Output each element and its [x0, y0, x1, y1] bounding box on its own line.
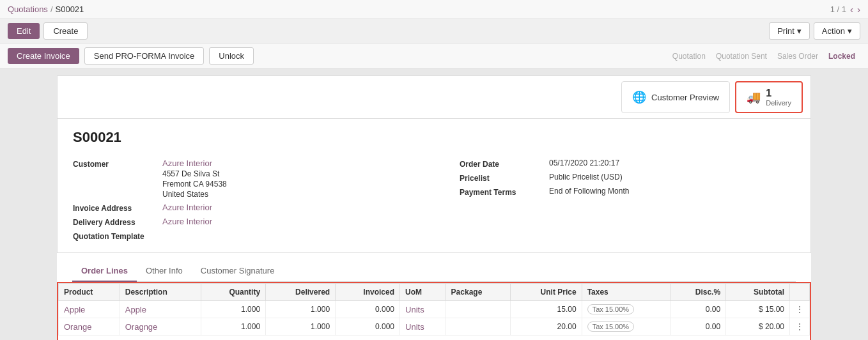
uom-link[interactable]: Units — [405, 322, 424, 332]
create-button[interactable]: Create — [43, 22, 88, 40]
cell-package — [446, 301, 510, 318]
pagination: 1 / 1 ‹ › — [830, 4, 860, 15]
status-step-locked: Locked — [828, 52, 855, 61]
col-header-subtotal: Subtotal — [726, 284, 790, 301]
tax-badge: Tax 15.00% — [587, 321, 634, 332]
create-invoice-button[interactable]: Create Invoice — [8, 48, 79, 64]
form-left-section: Customer Azure Interior 4557 De Silva St… — [73, 158, 408, 245]
cell-unit-price: 15.00 — [510, 301, 582, 318]
customer-field: Customer Azure Interior 4557 De Silva St… — [73, 158, 408, 199]
breadcrumb-bar: Quotations / S00021 1 / 1 ‹ › — [0, 0, 868, 19]
col-header-package: Package — [446, 284, 510, 301]
table-row: Apple Apple 1.000 1.000 0.000 Units 15.0… — [59, 301, 810, 318]
pricelist-field: Pricelist Public Pricelist (USD) — [460, 173, 795, 183]
tab-other-info[interactable]: Other Info — [137, 261, 192, 282]
delivery-label: Delivery — [766, 99, 791, 107]
cell-actions: ⋮ — [790, 318, 810, 336]
uom-link[interactable]: Units — [405, 305, 424, 314]
quotation-template-field: Quotation Template — [73, 231, 408, 241]
payment-terms-value: End of Following Month — [549, 187, 629, 196]
col-header-quantity: Quantity — [201, 284, 266, 301]
cell-unit-price: 20.00 — [510, 318, 582, 336]
delivery-address-value[interactable]: Azure Interior — [162, 217, 212, 226]
description-link[interactable]: Apple — [125, 305, 146, 314]
action-bar: Edit Create Print ▾ Action ▾ — [0, 19, 868, 43]
order-date-label: Order Date — [460, 158, 549, 169]
cell-product: Orange — [59, 318, 120, 336]
cell-disc: 0.00 — [670, 301, 726, 318]
globe-icon: 🌐 — [632, 90, 646, 104]
cell-description: Oragnge — [120, 318, 201, 336]
tabs: Order Lines Other Info Customer Signatur… — [72, 253, 796, 282]
status-actions: Create Invoice Send PRO-FORMA Invoice Un… — [8, 47, 254, 65]
pricelist-label: Pricelist — [460, 173, 549, 183]
row-more-button[interactable]: ⋮ — [795, 304, 804, 314]
delivery-button[interactable]: 🚚 1 Delivery — [735, 81, 803, 113]
invoice-address-field: Invoice Address Azure Interior — [73, 203, 408, 213]
col-header-actions — [790, 284, 810, 301]
main-content: 🌐 Customer Preview 🚚 1 Delivery S00021 C… — [0, 69, 868, 340]
order-date-field: Order Date 05/17/2020 21:20:17 — [460, 158, 795, 169]
col-header-unit-price: Unit Price — [510, 284, 582, 301]
cell-invoiced: 0.000 — [336, 301, 400, 318]
table-header-row: Product Description Quantity Delivered I… — [59, 284, 810, 301]
cell-quantity: 1.000 — [201, 301, 266, 318]
send-proforma-button[interactable]: Send PRO-FORMA Invoice — [84, 47, 205, 65]
form-fields-row: Customer Azure Interior 4557 De Silva St… — [73, 158, 795, 245]
breadcrumb-separator: / — [50, 4, 53, 14]
order-lines-table: Product Description Quantity Delivered I… — [58, 283, 810, 336]
status-steps: Quotation Quotation Sent Sales Order Loc… — [672, 52, 860, 61]
col-header-disc: Disc.% — [670, 284, 726, 301]
prev-arrow[interactable]: ‹ — [850, 4, 853, 15]
status-step-quotation-sent: Quotation Sent — [716, 52, 767, 61]
row-more-button[interactable]: ⋮ — [795, 321, 804, 332]
cell-disc: 0.00 — [670, 318, 726, 336]
tabs-area: Order Lines Other Info Customer Signatur… — [57, 253, 811, 282]
form-title: S00021 — [73, 129, 795, 146]
next-arrow[interactable]: › — [857, 4, 860, 15]
cell-uom: Units — [400, 318, 446, 336]
customer-preview-button[interactable]: 🌐 Customer Preview — [621, 81, 730, 113]
table-row: Orange Oragnge 1.000 1.000 0.000 Units 2… — [59, 318, 810, 336]
invoice-address-label: Invoice Address — [73, 203, 162, 213]
quotation-template-label: Quotation Template — [73, 231, 162, 241]
breadcrumb-parent-link[interactable]: Quotations — [8, 4, 48, 14]
cell-product: Apple — [59, 301, 120, 318]
customer-address1: 4557 De Silva St — [162, 169, 227, 178]
cell-subtotal: $ 20.00 — [726, 318, 790, 336]
form-right-section: Order Date 05/17/2020 21:20:17 Pricelist… — [460, 158, 795, 245]
smart-buttons-area: 🌐 Customer Preview 🚚 1 Delivery — [57, 75, 811, 118]
print-button[interactable]: Print ▾ — [769, 22, 810, 40]
cell-taxes: Tax 15.00% — [582, 318, 670, 336]
cell-taxes: Tax 15.00% — [582, 301, 670, 318]
status-bar: Create Invoice Send PRO-FORMA Invoice Un… — [0, 43, 868, 69]
col-header-invoiced: Invoiced — [336, 284, 400, 301]
cell-uom: Units — [400, 301, 446, 318]
tab-customer-signature[interactable]: Customer Signature — [192, 261, 284, 282]
order-date-value: 05/17/2020 21:20:17 — [549, 158, 619, 167]
payment-terms-label: Payment Terms — [460, 187, 549, 197]
product-link[interactable]: Orange — [64, 322, 91, 332]
delivery-address-field: Delivery Address Azure Interior — [73, 217, 408, 227]
customer-name-link[interactable]: Azure Interior — [162, 158, 227, 168]
product-link[interactable]: Apple — [64, 305, 85, 314]
unlock-button[interactable]: Unlock — [209, 47, 254, 65]
col-header-delivered: Delivered — [266, 284, 336, 301]
cell-delivered: 1.000 — [266, 301, 336, 318]
delivery-count: 1 — [766, 88, 771, 99]
tax-badge: Tax 15.00% — [587, 304, 634, 314]
cell-package — [446, 318, 510, 336]
col-header-uom: UoM — [400, 284, 446, 301]
customer-label: Customer — [73, 158, 162, 169]
col-header-description: Description — [120, 284, 201, 301]
truck-icon: 🚚 — [747, 90, 761, 104]
tab-order-lines[interactable]: Order Lines — [72, 261, 137, 282]
cell-subtotal: $ 15.00 — [726, 301, 790, 318]
edit-button[interactable]: Edit — [8, 23, 40, 39]
description-link[interactable]: Oragnge — [125, 322, 158, 332]
action-button[interactable]: Action ▾ — [814, 22, 860, 40]
customer-address3: United States — [162, 190, 227, 199]
col-header-product: Product — [59, 284, 120, 301]
cell-actions: ⋮ — [790, 301, 810, 318]
invoice-address-value[interactable]: Azure Interior — [162, 203, 212, 212]
